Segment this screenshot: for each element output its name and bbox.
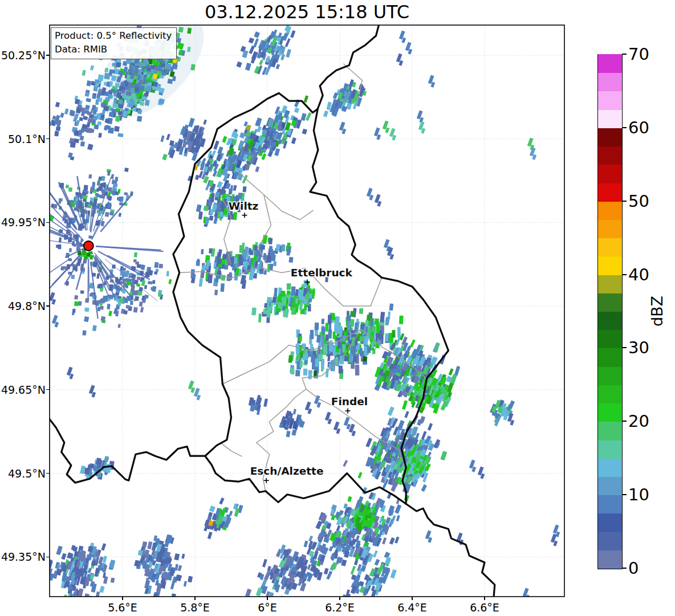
data-source-line: Data: RMIB — [55, 43, 172, 56]
y-tick-mark — [46, 557, 50, 557]
y-tick-mark — [46, 138, 50, 139]
colorbar-tick-label: 60 — [628, 118, 649, 137]
map-content: WiltzEttelbruckFindelEsch/Alzette — [14, 0, 564, 612]
echo-cluster — [134, 535, 193, 600]
echo-cluster — [251, 277, 328, 323]
x-tick-mark — [267, 597, 267, 600]
colorbar-segment — [598, 403, 622, 422]
product-line: Product: 0.5° Reflectivity — [55, 29, 172, 43]
map-plot: WiltzEttelbruckFindelEsch/Alzette — [0, 0, 675, 616]
y-tick-mark — [46, 222, 50, 223]
radar-figure: 03.12.2025 15:18 UTC WiltzEttelbruckFind… — [0, 0, 675, 616]
colorbar-segment — [598, 293, 622, 312]
y-tick-mark — [46, 55, 50, 55]
colorbar-segment — [598, 385, 622, 403]
x-tick-label: 6°E — [258, 601, 277, 614]
colorbar-tick-mark — [622, 568, 627, 569]
colorbar-segment — [598, 348, 622, 367]
colorbar-segment — [598, 476, 622, 495]
radar-site-dot — [84, 241, 93, 251]
colorbar-tick-mark — [622, 421, 627, 422]
echo-cluster — [80, 456, 115, 480]
city-label: Wiltz — [229, 200, 259, 212]
city-marker-icon — [264, 478, 269, 483]
colorbar-segment — [598, 128, 622, 146]
country-border-path — [48, 418, 205, 483]
colorbar-segment — [598, 109, 622, 128]
colorbar-segment — [598, 550, 622, 569]
y-tick-mark — [46, 473, 50, 474]
colorbar-segment — [598, 238, 622, 256]
colorbar-segment — [598, 532, 622, 550]
echo-cluster — [343, 411, 447, 504]
colorbar-tick-label: 20 — [628, 411, 649, 431]
echo-cluster — [236, 25, 295, 75]
x-tick-mark — [122, 597, 123, 600]
colorbar-segment — [598, 54, 622, 73]
colorbar-tick-mark — [622, 54, 627, 55]
colorbar-segment — [598, 513, 622, 532]
x-tick-label: 6.6°E — [470, 601, 499, 614]
city-label: Findel — [331, 395, 368, 407]
colorbar-segment — [598, 440, 622, 459]
colorbar-segment — [598, 495, 622, 513]
city-marker-icon — [242, 213, 247, 218]
colorbar-tick-mark — [622, 127, 627, 128]
echo-speck — [246, 125, 251, 131]
echo-cluster — [191, 235, 294, 295]
colorbar-segment — [598, 256, 622, 275]
colorbar-segment — [598, 91, 622, 110]
x-tick-mark — [484, 597, 485, 600]
colorbar-segment — [598, 72, 622, 91]
echo-cluster — [204, 497, 243, 539]
colorbar-segment — [598, 165, 622, 183]
x-tick-mark — [412, 597, 412, 600]
colorbar-tick-label: 0 — [628, 558, 639, 578]
colorbar-tick-label: 30 — [628, 338, 649, 357]
colorbar-tick-mark — [622, 494, 627, 495]
colorbar-tick-label: 70 — [628, 44, 649, 64]
y-tick-mark — [46, 305, 50, 306]
echo-field — [46, 18, 515, 612]
colorbar-segment — [598, 329, 622, 348]
figure-title: 03.12.2025 15:18 UTC — [50, 1, 564, 23]
colorbar-tick-label: 10 — [628, 485, 649, 504]
x-tick-label: 5.6°E — [108, 601, 137, 614]
echo-cluster — [71, 252, 172, 335]
colorbar-segment — [598, 422, 622, 440]
colorbar-segment — [598, 219, 622, 238]
y-tick-label: 50.1°N — [0, 133, 46, 145]
echo-cluster — [279, 409, 304, 437]
x-tick-label: 6.4°E — [397, 601, 427, 614]
colorbar-tick-label: 50 — [628, 191, 649, 211]
x-tick-mark — [339, 597, 340, 600]
colorbar-segment — [598, 146, 622, 165]
colorbar-segment — [598, 458, 622, 477]
x-tick-label: 6.2°E — [325, 601, 355, 614]
x-tick-label: 5.8°E — [180, 601, 210, 614]
colorbar-segment — [598, 183, 622, 202]
regional-border-path — [238, 172, 313, 219]
y-tick-label: 49.8°N — [0, 300, 46, 312]
colorbar — [597, 54, 623, 569]
x-tick-mark — [194, 597, 195, 600]
colorbar-axis-label: dBZ — [648, 296, 666, 327]
country-border-path — [406, 504, 495, 598]
city-marker-icon — [345, 408, 350, 413]
y-tick-label: 49.65°N — [0, 384, 46, 396]
y-tick-label: 49.5°N — [0, 467, 46, 480]
colorbar-tick-mark — [622, 347, 627, 348]
colorbar-tick-label: 40 — [628, 265, 649, 284]
colorbar-segment — [598, 366, 622, 385]
y-tick-label: 49.35°N — [0, 550, 46, 563]
product-info-box: Product: 0.5° Reflectivity Data: RMIB — [51, 27, 177, 59]
city-label: Esch/Alzette — [250, 465, 324, 477]
regional-border-path — [221, 443, 242, 457]
colorbar-segment — [598, 311, 622, 330]
colorbar-tick-mark — [622, 201, 627, 202]
colorbar-segment — [598, 201, 622, 220]
y-tick-label: 49.95°N — [0, 216, 46, 229]
y-tick-label: 50.25°N — [0, 49, 46, 62]
city-label: Ettelbruck — [291, 267, 353, 279]
echo-cluster — [160, 118, 206, 161]
